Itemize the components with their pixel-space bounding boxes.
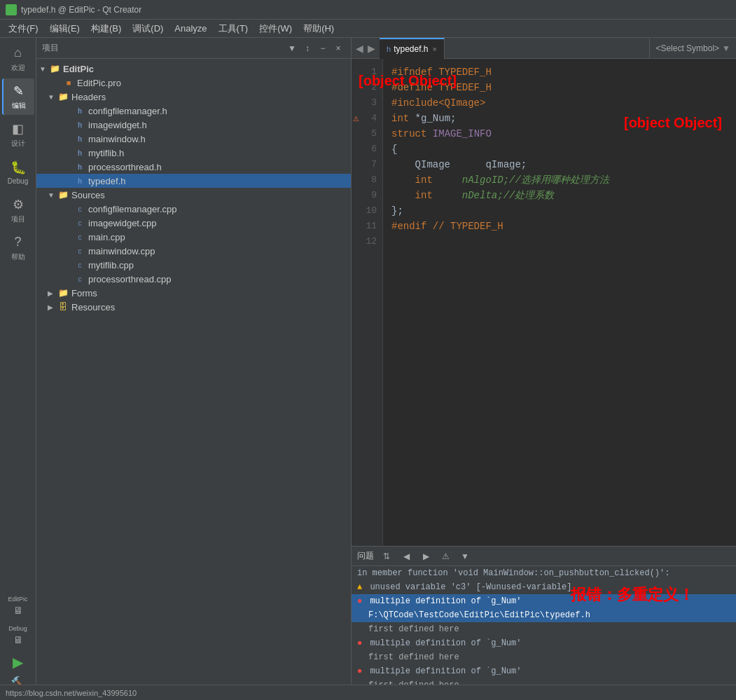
- sidebar-item-debug[interactable]: 🐛 Debug: [2, 154, 34, 191]
- problem-item-path-1[interactable]: F:\QTCode\TestCode\EditPic\EditPic\typed…: [352, 608, 736, 622]
- code-token: #define TYPEDEF_H: [391, 80, 492, 95]
- code-line-8: int nAlgoID;//选择用哪种处理方法: [391, 172, 728, 188]
- status-bar: https://blog.csdn.net/weixin_43995610: [0, 685, 736, 700]
- problems-sync-icon[interactable]: ⇅: [380, 549, 394, 563]
- problems-prev-icon[interactable]: ◀: [399, 549, 413, 563]
- mainwindow-h-label: mainwindow.h: [88, 134, 146, 144]
- sidebar-item-edit[interactable]: ✎ 编辑: [2, 78, 34, 115]
- project-icon: ⚙: [11, 197, 26, 212]
- tree-item-pro[interactable]: ■ EditPic.pro: [36, 76, 351, 90]
- code-token-gnum: *g_Num;: [409, 111, 456, 126]
- editor-tabs: ◀ ▶ h typedef.h × <Select Symbol> ▼: [352, 38, 736, 59]
- sync-icon[interactable]: ↕: [300, 41, 314, 55]
- tree-item-root[interactable]: ▼ 📁 EditPic: [36, 62, 351, 76]
- line-num-5: 5: [352, 126, 382, 142]
- code-token-nalgoid: nAlgoID;//选择用哪种处理方法: [433, 172, 609, 188]
- nav-back-icon[interactable]: ◀: [354, 43, 365, 54]
- tree-item-imagewidget-cpp[interactable]: c imagewidget.cpp: [36, 216, 351, 230]
- header-file-icon-1: h: [74, 105, 85, 116]
- resources-label: Resources: [71, 302, 115, 313]
- forms-folder-icon: 📁: [57, 287, 69, 298]
- sidebar-item-design[interactable]: ◧ 设计: [2, 116, 34, 153]
- problem-item-error-2[interactable]: ● multiple definition of `g_Num': [352, 636, 736, 650]
- problems-title: 问题: [357, 550, 374, 562]
- tree-item-mainwindow-h[interactable]: h mainwindow.h: [36, 132, 351, 146]
- tree-item-imagewidget-h[interactable]: h imagewidget.h: [36, 118, 351, 132]
- sidebar-item-welcome[interactable]: ⌂ 欢迎: [2, 41, 34, 77]
- tab-close-icon[interactable]: ×: [433, 45, 437, 53]
- sidebar-item-help[interactable]: ? 帮助: [2, 230, 34, 266]
- code-line-5: struct IMAGE_INFO: [391, 126, 728, 142]
- collapse-icon[interactable]: −: [316, 41, 330, 55]
- tree-item-sources[interactable]: ▼ 📁 Sources: [36, 188, 351, 202]
- tree-item-configfilemanager-cpp[interactable]: c configfilemanager.cpp: [36, 202, 351, 216]
- symbol-select-dropdown[interactable]: <Select Symbol>: [655, 43, 719, 53]
- menu-controls[interactable]: 控件(W): [254, 21, 298, 36]
- line-num-1: 1: [352, 64, 382, 80]
- project-panel-header: 项目 ▼ ↕ − ×: [36, 38, 351, 59]
- tree-item-processorthread-h[interactable]: h processorthread.h: [36, 160, 351, 174]
- symbol-dropdown-icon[interactable]: ▼: [722, 43, 730, 53]
- tab-icon: h: [387, 45, 391, 53]
- titlebar: typedef.h @ EditPic - Qt Creator: [0, 0, 736, 20]
- menu-help[interactable]: 帮助(H): [298, 21, 340, 36]
- code-token-ndelta: nDelta;//处理系数: [433, 188, 555, 203]
- forms-label: Forms: [71, 288, 97, 298]
- menu-tools[interactable]: 工具(T): [213, 21, 254, 36]
- tree-item-configfilemanager-h[interactable]: h configfilemanager.h: [36, 104, 351, 118]
- sidebar-label-design: 设计: [11, 139, 25, 149]
- tree-item-mytiflib-cpp[interactable]: c mytiflib.cpp: [36, 258, 351, 272]
- source-file-icon-4: c: [74, 245, 85, 256]
- code-line-6: {: [391, 142, 728, 157]
- tree-item-headers[interactable]: ▼ 📁 Headers: [36, 90, 351, 104]
- problem-item-sub-2[interactable]: first defined here: [352, 650, 736, 664]
- tree-item-processorthread-cpp[interactable]: c processorthread.cpp: [36, 272, 351, 286]
- problem-item-error-1[interactable]: ● multiple definition of `g_Num': [352, 594, 736, 608]
- close-panel-icon[interactable]: ×: [331, 41, 345, 55]
- tree-item-forms[interactable]: ▶ 📁 Forms: [36, 286, 351, 300]
- problem-item-error-3[interactable]: ● multiple definition of `g_Num': [352, 664, 736, 678]
- menu-edit[interactable]: 编辑(E): [44, 21, 85, 36]
- code-line-12: [391, 234, 728, 249]
- problems-settings-icon[interactable]: ▼: [458, 549, 472, 563]
- line-num-12: 12: [352, 234, 382, 249]
- header-file-icon-2: h: [74, 119, 85, 130]
- tree-item-typedef-h[interactable]: h typedef.h: [36, 174, 351, 188]
- help-icon: ?: [11, 235, 26, 250]
- header-file-icon-5: h: [74, 161, 85, 172]
- pro-file-label: EditPic.pro: [77, 78, 121, 88]
- tree-item-mytiflib-h[interactable]: h mytiflib.h: [36, 146, 351, 160]
- root-folder-icon: 📁: [49, 63, 60, 74]
- menu-debug[interactable]: 调试(D): [127, 21, 169, 36]
- source-file-icon-6: c: [74, 273, 85, 284]
- tree-item-mainwindow-cpp[interactable]: c mainwindow.cpp: [36, 244, 351, 258]
- menu-analyze[interactable]: Analyze: [169, 22, 212, 35]
- menu-file[interactable]: 文件(F): [3, 21, 44, 36]
- sidebar-item-editpic[interactable]: EditPic 🖥: [2, 593, 34, 622]
- code-token-imageinfo: IMAGE_INFO: [426, 126, 491, 142]
- code-token: #include<QImage>: [391, 95, 485, 111]
- problem-item-sub-1[interactable]: first defined here: [352, 622, 736, 636]
- tree-item-resources[interactable]: ▶ 🗄 Resources: [36, 300, 351, 314]
- sidebar-item-project[interactable]: ⚙ 项目: [2, 192, 34, 228]
- problem-item-warn[interactable]: ▲ unused variable 'c3' [-Wunused-variabl…: [352, 580, 736, 594]
- tab-label: typedef.h: [394, 44, 428, 54]
- root-label: EditPic: [63, 64, 94, 74]
- line-num-6: 6: [352, 142, 382, 157]
- problems-next-icon[interactable]: ▶: [419, 549, 433, 563]
- code-token-endif: #endif // TYPEDEF_H: [391, 219, 504, 234]
- filter-icon[interactable]: ▼: [285, 41, 299, 55]
- problem-item-info[interactable]: in member function 'void MainWindow::on_…: [352, 566, 736, 580]
- code-token-qimage: QImage qImage;: [391, 157, 527, 172]
- problems-filter-icon[interactable]: ⚠: [438, 549, 452, 563]
- tree-item-main-cpp[interactable]: c main.cpp: [36, 230, 351, 244]
- error-icon-1: ●: [357, 596, 362, 606]
- sidebar-label-welcome: 欢迎: [11, 63, 25, 73]
- run-button[interactable]: ▶: [2, 652, 34, 672]
- tab-typedef-h[interactable]: h typedef.h ×: [380, 38, 445, 59]
- header-file-icon-6: h: [74, 175, 85, 186]
- sidebar-item-debug2[interactable]: Debug 🖥: [2, 623, 34, 651]
- nav-forward-icon[interactable]: ▶: [366, 43, 377, 54]
- menu-build[interactable]: 构建(B): [85, 21, 127, 36]
- line-num-9: 9: [352, 188, 382, 203]
